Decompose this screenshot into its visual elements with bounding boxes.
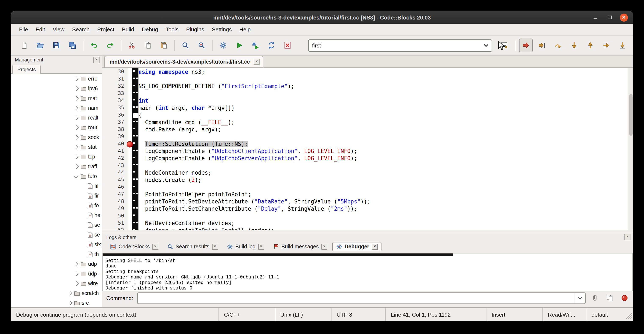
next-instruction-button[interactable] bbox=[600, 39, 613, 52]
run-button[interactable] bbox=[232, 39, 246, 52]
fold-marker[interactable]: - bbox=[133, 113, 138, 118]
editor-tab-first-cc[interactable]: mnt/dev/tools/source/ns-3-dev/examples/t… bbox=[104, 56, 264, 67]
tree-item-tcp[interactable]: tcp bbox=[11, 152, 102, 161]
redo-button[interactable] bbox=[103, 39, 117, 52]
minimize-button[interactable] bbox=[591, 13, 599, 22]
window-titlebar[interactable]: mnt/dev/tools/source/ns-3-dev/examples/t… bbox=[11, 11, 633, 24]
tree-item-stat[interactable]: stat bbox=[11, 142, 102, 152]
editor-scrollbar-thumb[interactable] bbox=[629, 94, 632, 136]
chevron-right-icon[interactable] bbox=[74, 261, 79, 266]
tree-item-tuto[interactable]: tuto bbox=[11, 171, 102, 181]
logs-tab-build-messages[interactable]: Build messages× bbox=[269, 242, 331, 251]
abort-build-button[interactable] bbox=[281, 39, 294, 52]
copy-button[interactable] bbox=[141, 39, 154, 52]
next-line-button[interactable] bbox=[551, 39, 565, 52]
menu-project[interactable]: Project bbox=[93, 25, 118, 34]
build-target-combobox[interactable] bbox=[308, 39, 492, 52]
logs-tab-debugger[interactable]: Debugger× bbox=[332, 242, 382, 251]
command-combobox[interactable] bbox=[137, 292, 586, 304]
tree-item-six[interactable]: six bbox=[11, 239, 102, 249]
chevron-right-icon[interactable] bbox=[74, 115, 79, 120]
chevron-right-icon[interactable] bbox=[74, 125, 79, 130]
editor-scrollbar[interactable] bbox=[628, 68, 633, 230]
menu-edit[interactable]: Edit bbox=[32, 25, 49, 34]
chevron-right-icon[interactable] bbox=[74, 106, 79, 110]
run-to-cursor-button[interactable] bbox=[535, 39, 549, 52]
menu-search[interactable]: Search bbox=[68, 25, 93, 34]
maximize-button[interactable] bbox=[606, 13, 614, 22]
cut-button[interactable] bbox=[125, 39, 138, 52]
logs-close-icon[interactable]: × bbox=[624, 234, 630, 240]
toolbar-overflow-button[interactable] bbox=[630, 39, 633, 52]
chevron-right-icon[interactable] bbox=[74, 154, 79, 159]
tree-item-udp[interactable]: udp- bbox=[11, 269, 102, 278]
tree-item-sock[interactable]: sock bbox=[11, 132, 102, 142]
chevron-down-icon[interactable] bbox=[480, 40, 492, 51]
chevron-right-icon[interactable] bbox=[74, 135, 79, 140]
debug-continue-button[interactable] bbox=[519, 39, 533, 52]
tree-item-fif[interactable]: fif bbox=[11, 181, 102, 191]
tab-projects[interactable]: Projects bbox=[12, 65, 41, 74]
tree-item-fo[interactable]: fo bbox=[11, 200, 102, 210]
chevron-right-icon[interactable] bbox=[74, 164, 79, 169]
step-out-button[interactable] bbox=[584, 39, 597, 52]
chevron-right-icon[interactable] bbox=[74, 96, 79, 101]
tree-item-udp[interactable]: udp bbox=[11, 259, 102, 269]
code-editor[interactable]: 3031323334353637383940414243444546474849… bbox=[102, 68, 633, 230]
close-icon[interactable]: × bbox=[372, 244, 378, 250]
tree-item-src[interactable]: src bbox=[11, 298, 102, 307]
chevron-right-icon[interactable] bbox=[74, 76, 79, 81]
copy-log-icon[interactable] bbox=[604, 292, 615, 303]
close-button[interactable]: ✕ bbox=[620, 13, 628, 22]
chevron-down-icon[interactable] bbox=[74, 173, 79, 178]
tree-item-th[interactable]: th bbox=[11, 249, 102, 259]
build-and-run-button[interactable] bbox=[248, 39, 262, 52]
save-file-button[interactable] bbox=[50, 39, 63, 52]
tree-item-se[interactable]: se bbox=[11, 220, 102, 230]
tree-item-wire[interactable]: wire bbox=[11, 278, 102, 288]
menu-settings[interactable]: Settings bbox=[208, 25, 236, 34]
undo-button[interactable] bbox=[87, 39, 101, 52]
resize-grip-icon[interactable] bbox=[625, 312, 632, 320]
chevron-right-icon[interactable] bbox=[74, 145, 79, 149]
tree-item-erro[interactable]: erro bbox=[11, 74, 102, 84]
find-in-files-button[interactable] bbox=[195, 39, 208, 52]
close-icon[interactable]: × bbox=[152, 244, 158, 250]
tree-item-se[interactable]: se bbox=[11, 230, 102, 239]
command-dropdown-icon[interactable] bbox=[574, 293, 585, 303]
tree-item-rout[interactable]: rout bbox=[11, 123, 102, 132]
save-all-button[interactable] bbox=[66, 39, 79, 52]
chevron-right-icon[interactable] bbox=[74, 281, 79, 286]
logs-tab-build-log[interactable]: Build log× bbox=[223, 242, 268, 251]
chevron-right-icon[interactable] bbox=[74, 271, 79, 276]
tree-item-fir[interactable]: fir bbox=[11, 191, 102, 200]
new-file-button[interactable] bbox=[17, 39, 31, 52]
logs-tab-code-blocks[interactable]: Code::Blocks× bbox=[106, 242, 162, 251]
debugger-log[interactable]: Setting SHELL to '/bin/sh'doneSetting br… bbox=[102, 253, 632, 291]
horizontal-splitter[interactable] bbox=[102, 230, 633, 233]
paste-button[interactable] bbox=[157, 39, 171, 52]
stop-icon[interactable] bbox=[619, 292, 630, 303]
breakpoint-marker[interactable] bbox=[126, 141, 133, 148]
rebuild-button[interactable] bbox=[265, 39, 278, 52]
logs-tab-search-results[interactable]: Search results× bbox=[163, 242, 222, 251]
menu-debug[interactable]: Debug bbox=[138, 25, 162, 34]
command-input[interactable] bbox=[138, 295, 574, 301]
build-button[interactable] bbox=[216, 39, 230, 52]
tree-item-mat[interactable]: mat bbox=[11, 93, 102, 103]
close-icon[interactable]: × bbox=[321, 244, 327, 250]
menu-view[interactable]: View bbox=[49, 25, 68, 34]
step-into-button[interactable] bbox=[567, 39, 581, 52]
menu-build[interactable]: Build bbox=[118, 25, 138, 34]
tree-item-realt[interactable]: realt bbox=[11, 113, 102, 123]
close-icon[interactable]: × bbox=[212, 244, 218, 250]
menu-file[interactable]: File bbox=[15, 25, 32, 34]
menu-plugins[interactable]: Plugins bbox=[182, 25, 208, 34]
open-file-button[interactable] bbox=[34, 39, 47, 52]
tree-item-he[interactable]: he bbox=[11, 210, 102, 220]
chevron-right-icon[interactable] bbox=[68, 300, 72, 305]
close-icon[interactable]: × bbox=[258, 244, 264, 250]
editor-tab-close-icon[interactable]: × bbox=[254, 59, 260, 65]
chevron-right-icon[interactable] bbox=[74, 86, 79, 91]
tree-item-ipv6[interactable]: ipv6 bbox=[11, 84, 102, 93]
